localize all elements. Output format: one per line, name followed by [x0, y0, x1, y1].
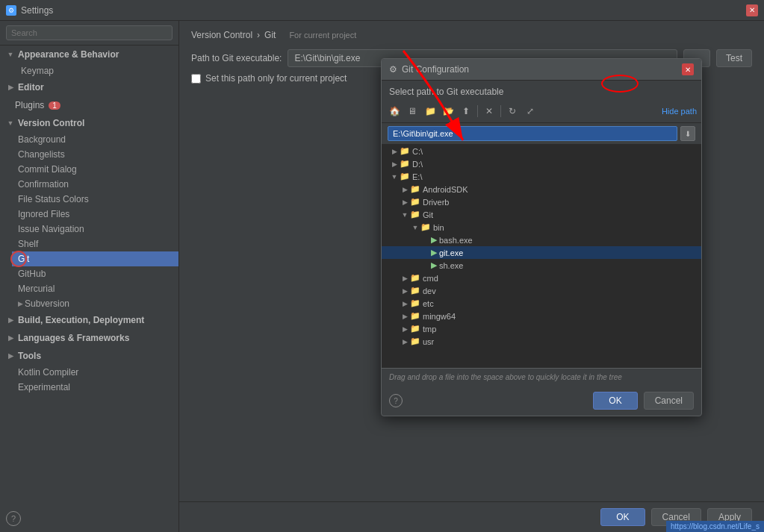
cancel-button[interactable]: Cancel	[644, 392, 694, 410]
sidebar-item-ignored-files[interactable]: Ignored Files	[12, 207, 178, 222]
expand-icon: ▶	[389, 148, 400, 155]
sidebar-item-label: Experimental	[18, 382, 70, 392]
dialog-close-button[interactable]: ✕	[682, 63, 694, 75]
content-area: Version Control › Git For current projec…	[179, 21, 764, 532]
set-path-checkbox[interactable]	[191, 74, 201, 84]
sidebar-item-commit-dialog[interactable]: Commit Dialog	[12, 162, 178, 177]
expand-icon: ▶	[400, 198, 410, 206]
dialog-hint: Drag and drop a file into the space abov…	[382, 369, 701, 386]
tree-item-label: bash.exe	[439, 236, 473, 245]
expand-button[interactable]: ⤢	[522, 103, 538, 119]
refresh-button[interactable]: ↻	[504, 103, 521, 119]
sidebar-item-label: Editor	[18, 82, 44, 93]
tree-item-tmp[interactable]: ▶ 📁 tmp	[382, 322, 701, 335]
sidebar-item-file-status-colors[interactable]: File Status Colors	[12, 192, 178, 207]
sidebar-item-git[interactable]: Git	[12, 251, 178, 266]
folder-icon: 📁	[410, 311, 420, 321]
expand-icon: ▶	[400, 186, 410, 193]
tree-item-label: bin	[433, 223, 444, 232]
breadcrumb-part2: Git	[264, 30, 276, 40]
file-tree[interactable]: ▶ 📁 C:\ ▶ 📁 D:\ ▼ 📁 E:\	[382, 145, 701, 369]
tree-item-label: E:\	[412, 172, 422, 181]
tree-item-dev[interactable]: ▶ 📁 dev	[382, 284, 701, 297]
folder-icon: 📁	[410, 286, 420, 295]
tree-item-label: dev	[423, 287, 436, 295]
test-button[interactable]: Test	[716, 49, 752, 67]
folder-icon: 📁	[410, 197, 420, 207]
hide-path-button[interactable]: Hide path	[662, 107, 697, 116]
sidebar-item-subversion[interactable]: ▶ Subversion	[12, 296, 178, 311]
sidebar-children-tools: Kotlin Compiler Experimental	[0, 365, 178, 395]
sidebar-item-version-control[interactable]: ▼ Version Control	[0, 114, 178, 132]
folder-icon: 📁	[410, 184, 420, 194]
expand-icon: ▶	[400, 338, 410, 345]
sidebar-item-issue-navigation[interactable]: Issue Navigation	[12, 222, 178, 237]
tree-item-e[interactable]: ▼ 📁 E:\	[382, 170, 701, 183]
dialog-title-bar: ⚙ Git Configuration ✕	[382, 59, 701, 81]
expand-icon: ▶	[400, 275, 410, 282]
tree-item-usr[interactable]: ▶ 📁 usr	[382, 335, 701, 348]
sidebar-item-appearance[interactable]: ▼ Appearance & Behavior	[0, 46, 178, 63]
expand-icon: ▼	[400, 211, 410, 219]
expand-icon: ▶	[389, 160, 400, 168]
home-button[interactable]: 🏠	[386, 103, 403, 119]
dialog-path-field[interactable]	[388, 126, 677, 141]
main-help-button[interactable]: ?	[6, 511, 21, 526]
main-ok-button[interactable]: OK	[600, 508, 645, 526]
set-path-label: Set this path only for current project	[205, 73, 347, 84]
sidebar-item-label: GitHub	[18, 269, 46, 279]
help-button[interactable]: ?	[389, 394, 403, 407]
sidebar-item-editor[interactable]: ▶ Editor	[0, 78, 178, 96]
download-button[interactable]: ⬇	[680, 126, 695, 141]
ok-button[interactable]: OK	[593, 392, 637, 410]
folder-icon: 📁	[400, 159, 410, 169]
tree-item-label: C:\	[412, 147, 423, 156]
tree-item-git[interactable]: ▼ 📁 Git	[382, 208, 701, 221]
sidebar-item-confirmation[interactable]: Confirmation	[12, 177, 178, 192]
sidebar-item-label: Appearance & Behavior	[18, 49, 119, 60]
sidebar-item-changelists[interactable]: Changelists	[12, 147, 178, 162]
tree-item-label: git.exe	[439, 248, 463, 257]
sidebar-search-input[interactable]	[6, 25, 173, 40]
sidebar-item-plugins[interactable]: Plugins 1	[0, 96, 178, 114]
up-button[interactable]: ⬆	[458, 103, 474, 119]
path-label: Path to Git executable:	[191, 53, 282, 63]
tree-item-label: AndroidSDK	[423, 185, 468, 194]
tree-item-git-exe[interactable]: ▶ git.exe	[382, 246, 701, 259]
sidebar-item-label: Plugins	[15, 100, 44, 110]
folder-icon: 📁	[410, 324, 420, 334]
sidebar-item-mercurial[interactable]: Mercurial	[12, 281, 178, 296]
sidebar-item-kotlin[interactable]: Kotlin Compiler	[12, 365, 178, 380]
new-folder-button[interactable]: 📂	[440, 103, 456, 119]
sidebar-item-languages[interactable]: ▶ Languages & Frameworks	[0, 329, 178, 347]
tree-item-label: Git	[423, 210, 433, 219]
sidebar-item-label: Languages & Frameworks	[18, 333, 129, 343]
sidebar-item-experimental[interactable]: Experimental	[12, 380, 178, 395]
tree-item-driverb[interactable]: ▶ 📁 Driverb	[382, 195, 701, 208]
sidebar-item-shelf[interactable]: Shelf	[12, 237, 178, 251]
sidebar-item-build[interactable]: ▶ Build, Execution, Deployment	[0, 311, 178, 329]
tree-item-c[interactable]: ▶ 📁 C:\	[382, 145, 701, 157]
tree-item-d[interactable]: ▶ 📁 D:\	[382, 157, 701, 170]
dialog-bottom-buttons: OK Cancel	[593, 392, 694, 410]
tree-item-bash[interactable]: ▶ bash.exe	[382, 234, 701, 246]
for-current-project: For current project	[289, 31, 356, 40]
window-close-button[interactable]: ✕	[746, 4, 758, 16]
tree-item-cmd[interactable]: ▶ 📁 cmd	[382, 272, 701, 284]
tree-item-etc[interactable]: ▶ 📁 etc	[382, 297, 701, 310]
sidebar-item-keymap[interactable]: Keymap	[12, 63, 178, 78]
sidebar-item-tools[interactable]: ▶ Tools	[0, 347, 178, 365]
expand-icon: ▶	[6, 334, 15, 342]
sidebar-item-background[interactable]: Background	[12, 132, 178, 147]
tree-item-bin[interactable]: ▼ 📁 bin	[382, 221, 701, 234]
tree-item-mingw64[interactable]: ▶ 📁 mingw64	[382, 310, 701, 322]
tree-item-androidsk[interactable]: ▶ 📁 AndroidSDK	[382, 183, 701, 195]
sidebar-item-label: Tools	[18, 351, 41, 361]
tree-item-sh[interactable]: ▶ sh.exe	[382, 259, 701, 272]
delete-button[interactable]: ✕	[481, 103, 497, 119]
tree-item-label: tmp	[423, 325, 436, 334]
git-config-dialog: ⚙ Git Configuration ✕ Select path to Git…	[381, 58, 702, 416]
sidebar-item-github[interactable]: GitHub	[12, 266, 178, 281]
folder-button[interactable]: 📁	[422, 103, 438, 119]
desktop-button[interactable]: 🖥	[404, 103, 420, 119]
